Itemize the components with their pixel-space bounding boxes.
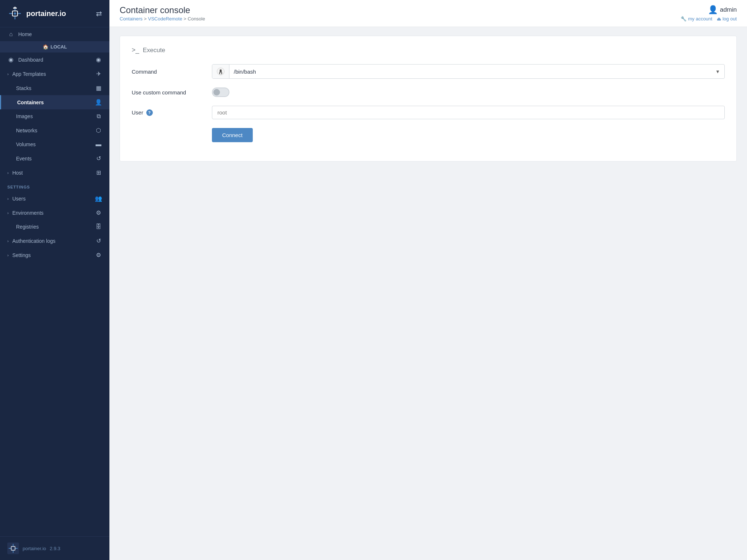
sidebar-item-registries[interactable]: Registries 🗄 — [0, 220, 109, 234]
breadcrumb-sep2: > — [183, 16, 187, 22]
images-icon: ⧉ — [95, 113, 102, 120]
page-title-area: Container console Containers > VSCodeRem… — [120, 5, 205, 22]
svg-point-7 — [221, 71, 222, 71]
breadcrumb-console: Console — [188, 16, 205, 22]
logo: portainer.io — [7, 6, 66, 21]
settings-icon: ⚙ — [95, 252, 102, 258]
command-row: Command /bin/bash — [132, 64, 725, 79]
user-label: User ? — [132, 109, 205, 116]
custom-command-toggle[interactable] — [212, 88, 229, 97]
events-icon: ↺ — [95, 155, 102, 162]
local-label: LOCAL — [51, 44, 67, 50]
app-templates-icon: ✈ — [95, 70, 102, 77]
log-out-label: log out — [723, 16, 737, 22]
user-name: 👤 admin — [708, 5, 737, 15]
main-content: Container console Containers > VSCodeRem… — [109, 0, 747, 560]
logout-icon: ⏏ — [717, 16, 721, 22]
user-links: 🔧 my account ⏏ log out — [681, 16, 737, 22]
breadcrumb-vsremote[interactable]: VSCodeRemote — [148, 16, 182, 22]
auth-logs-chevron: › — [7, 239, 9, 243]
sidebar-item-stacks[interactable]: Stacks ▦ — [0, 81, 109, 95]
sidebar-item-settings[interactable]: › Settings ⚙ — [0, 248, 109, 262]
sidebar-item-home[interactable]: ⌂ Home — [0, 27, 109, 41]
user-avatar-icon: 👤 — [708, 5, 718, 15]
my-account-link[interactable]: 🔧 my account — [681, 16, 712, 22]
user-input[interactable] — [212, 106, 725, 119]
breadcrumb-containers[interactable]: Containers — [120, 16, 143, 22]
sidebar-toggle-icon[interactable]: ⇄ — [96, 9, 102, 18]
sidebar-item-host[interactable]: › Host ⊞ — [0, 166, 109, 180]
settings-section-label: SETTINGS — [0, 180, 109, 191]
card-header: >_ Execute — [132, 46, 725, 54]
sidebar-events-label: Events — [16, 156, 32, 162]
execute-icon: >_ — [132, 46, 139, 54]
custom-command-row: Use custom command — [132, 88, 725, 97]
user-area: 👤 admin 🔧 my account ⏏ log out — [681, 5, 737, 22]
sidebar-item-environments[interactable]: › Environments ⚙ — [0, 206, 109, 220]
page-title: Container console — [120, 5, 205, 15]
environments-icon: ⚙ — [95, 209, 102, 216]
footer-version: 2.9.3 — [50, 546, 60, 551]
sidebar-item-networks[interactable]: Networks ⬡ — [0, 123, 109, 137]
volumes-icon: ▬ — [95, 141, 102, 148]
sidebar-volumes-label: Volumes — [16, 141, 36, 147]
content-area: >_ Execute Command — [109, 27, 747, 170]
sidebar-app-templates-label: App Templates — [12, 71, 46, 77]
toggle-track — [212, 88, 229, 97]
sidebar-item-images[interactable]: Images ⧉ — [0, 109, 109, 123]
local-icon: 🏠 — [43, 44, 49, 50]
my-account-label: my account — [688, 16, 712, 22]
logo-text: portainer.io — [26, 9, 66, 18]
registries-icon: 🗄 — [95, 223, 102, 230]
wrench-icon: 🔧 — [681, 16, 686, 22]
environments-chevron: › — [7, 211, 9, 215]
custom-command-label: Use custom command — [132, 89, 205, 96]
command-select[interactable]: /bin/bash /bin/sh /bin/zsh — [229, 65, 711, 78]
breadcrumb-sep1: > — [144, 16, 148, 22]
dashboard-nav-icon: ◉ — [95, 56, 102, 63]
toggle-wrap[interactable] — [212, 88, 229, 97]
users-chevron: › — [7, 197, 9, 201]
host-icon: ⊞ — [95, 169, 102, 176]
execute-label: Execute — [143, 47, 165, 54]
stacks-icon: ▦ — [95, 85, 102, 92]
sidebar-registries-label: Registries — [16, 224, 39, 230]
users-icon: 👥 — [95, 195, 102, 202]
sidebar-stacks-label: Stacks — [16, 85, 31, 91]
sidebar-item-app-templates[interactable]: › App Templates ✈ — [0, 67, 109, 81]
topbar: Container console Containers > VSCodeRem… — [109, 0, 747, 27]
sidebar-item-containers[interactable]: Containers 👤 — [0, 95, 109, 109]
svg-point-6 — [220, 71, 220, 71]
svg-point-2 — [14, 12, 16, 15]
sidebar-host-label: Host — [12, 170, 23, 176]
log-out-link[interactable]: ⏏ log out — [717, 16, 737, 22]
user-label-text: User — [132, 109, 143, 116]
connect-row: Connect — [132, 128, 725, 142]
breadcrumb: Containers > VSCodeRemote > Console — [120, 16, 205, 22]
containers-icon: 👤 — [95, 99, 102, 106]
execute-card: >_ Execute Command — [120, 36, 737, 162]
sidebar-settings-label: Settings — [12, 252, 31, 258]
user-row: User ? — [132, 106, 725, 119]
sidebar-header: portainer.io ⇄ — [0, 0, 109, 27]
sidebar-item-users[interactable]: › Users 👥 — [0, 191, 109, 206]
sidebar-item-dashboard[interactable]: ◉ Dashboard ◉ — [0, 52, 109, 67]
sidebar-item-events[interactable]: Events ↺ — [0, 151, 109, 166]
sidebar-environments-label: Environments — [12, 210, 44, 216]
sidebar-item-volumes[interactable]: Volumes ▬ — [0, 137, 109, 151]
host-chevron: › — [7, 171, 9, 175]
auth-logs-icon: ↺ — [95, 237, 102, 244]
command-select-wrap: /bin/bash /bin/sh /bin/zsh ▼ — [212, 64, 725, 79]
user-help-icon[interactable]: ? — [146, 109, 153, 116]
sidebar-footer: portainer.io 2.9.3 — [0, 536, 109, 560]
select-arrow-icon: ▼ — [711, 69, 724, 74]
connect-button[interactable]: Connect — [212, 128, 253, 142]
sidebar-item-auth-logs[interactable]: › Authentication logs ↺ — [0, 234, 109, 248]
sidebar-auth-logs-label: Authentication logs — [12, 238, 55, 244]
local-badge: 🏠 LOCAL — [0, 41, 109, 52]
sidebar: portainer.io ⇄ ⌂ Home 🏠 LOCAL ◉ Dashboar… — [0, 0, 109, 560]
command-label: Command — [132, 69, 205, 75]
toggle-thumb — [213, 89, 220, 96]
home-icon: ⌂ — [7, 31, 15, 38]
dashboard-icon: ◉ — [7, 56, 15, 63]
